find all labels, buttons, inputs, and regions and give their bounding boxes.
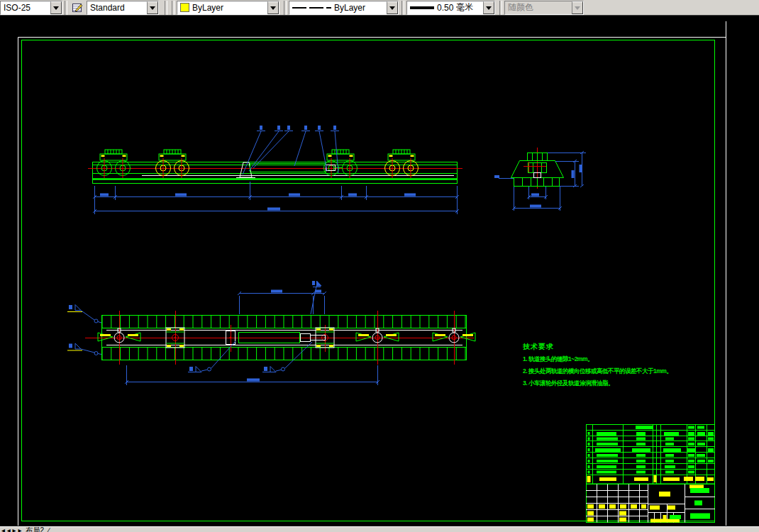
item-leaders	[243, 126, 339, 174]
object-properties-toolbar: ISO-25 Standard ByLayer ByLayer	[0, 0, 759, 16]
tab-scroll-arrows[interactable]: ◂ ◂ ▸ ▸	[1, 527, 21, 532]
text-style-icon	[72, 2, 84, 13]
section-flag	[67, 305, 101, 323]
section-dimensions	[494, 151, 586, 211]
toolbar-separator	[401, 1, 404, 15]
linetype-dash-icon	[309, 7, 323, 9]
elevation-dimensions	[93, 182, 459, 214]
toolbar-separator	[165, 1, 167, 15]
layout-tab[interactable]: 布局2	[26, 527, 44, 532]
chevron-down-icon	[575, 6, 580, 13]
notes-item: 2. 接头处两轨道的横向位移或高低不平的误差不大于1mm。	[523, 367, 686, 376]
plot-style-dropdown-arrow	[572, 1, 583, 14]
linetype-dash-icon	[292, 7, 306, 9]
text-style-manager-button[interactable]	[71, 1, 85, 14]
dim-style-value: ISO-25	[4, 3, 31, 13]
lineweight-value: 0.50	[437, 3, 453, 13]
linetype-value: ByLayer	[334, 3, 365, 13]
section-view[interactable]	[494, 148, 586, 211]
text-style-combo[interactable]: Standard	[87, 1, 159, 15]
toolbar-separator	[284, 1, 287, 15]
text-style-value: Standard	[90, 3, 125, 13]
plan-dimensions	[125, 281, 380, 385]
dim-style-combo[interactable]: ISO-25	[0, 1, 62, 15]
title-block[interactable]	[586, 484, 715, 523]
notes-item: 1. 轨道接头的缝隙1~2mm。	[523, 355, 686, 364]
autocad-window: { "toolbar": { "dim_style": "ISO-25", "t…	[0, 0, 759, 532]
toolbar-separator	[172, 1, 174, 15]
lineweight-combo[interactable]: 0.50 毫米	[406, 1, 495, 15]
chevron-down-icon	[486, 6, 492, 13]
frame-grid-bottom	[102, 348, 467, 360]
plot-style-combo: 随颜色	[504, 1, 584, 15]
linetype-dropdown-arrow[interactable]	[387, 1, 398, 14]
lineweight-sample-icon	[410, 6, 434, 9]
bom-table[interactable]	[586, 425, 715, 484]
lineweight-unit: 毫米	[456, 1, 473, 13]
bom-text-blocks	[588, 426, 714, 474]
chevron-down-icon	[389, 6, 395, 13]
toolbar-separator	[499, 1, 502, 15]
frame-grid-top	[102, 316, 467, 328]
plot-style-value: 随颜色	[508, 1, 533, 13]
section-centermarks	[523, 162, 546, 172]
chevron-down-icon	[150, 6, 155, 13]
bom-header-blocks	[587, 475, 714, 482]
rail-beam[interactable]	[92, 162, 458, 184]
notes-item: 3. 小车滚轮外径及轨道涂润滑油脂。	[523, 379, 686, 388]
technical-notes[interactable]: 技术要求 1. 轨道接头的缝隙1~2mm。 2. 接头处两轨道的横向位移或高低不…	[523, 342, 686, 388]
tab-edge-decor: ∕	[48, 527, 50, 532]
notes-title: 技术要求	[523, 342, 686, 352]
color-swatch	[180, 3, 189, 12]
layout-tab-bar: ◂ ◂ ▸ ▸ 布局2 ∕	[0, 526, 759, 532]
section-flag	[67, 343, 101, 355]
color-dropdown-arrow[interactable]	[267, 1, 279, 14]
color-combo[interactable]: ByLayer	[177, 1, 279, 15]
linetype-combo[interactable]: ByLayer	[289, 1, 399, 15]
chevron-down-icon	[270, 6, 276, 13]
color-value: ByLayer	[192, 3, 223, 13]
linetype-dash-icon	[326, 7, 331, 9]
lineweight-dropdown-arrow[interactable]	[483, 1, 494, 14]
dim-style-dropdown-arrow[interactable]	[50, 1, 62, 14]
elevation-view[interactable]	[88, 126, 462, 214]
text-style-dropdown-arrow[interactable]	[147, 1, 158, 14]
plan-view[interactable]	[67, 281, 475, 385]
chevron-down-icon	[53, 6, 59, 13]
toolbar-separator	[65, 1, 67, 15]
model-space-canvas[interactable]	[0, 16, 759, 526]
